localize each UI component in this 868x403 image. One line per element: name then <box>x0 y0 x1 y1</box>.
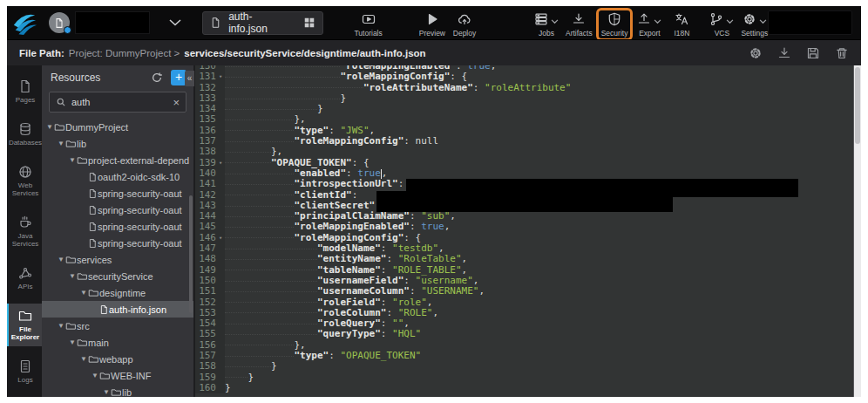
chevron-down-icon[interactable] <box>759 19 767 26</box>
toolbar-button-jobs[interactable]: Jobs <box>533 11 559 38</box>
fold-marker-icon[interactable]: ▾ <box>216 158 225 168</box>
fold-marker-icon[interactable]: ▾ <box>216 72 225 82</box>
expand-arrow-icon[interactable]: ▼ <box>57 256 65 263</box>
chevron-down-icon[interactable] <box>551 19 559 26</box>
toolbar-button-deploy[interactable]: Deploy <box>451 11 478 38</box>
toolbar-button-artifacts[interactable]: Artifacts <box>566 11 593 38</box>
code-line-157[interactable]: 157"type": "OPAQUE_TOKEN" <box>195 351 853 361</box>
fold-marker-icon[interactable]: ▾ <box>216 233 225 243</box>
sidebar-item-pages[interactable]: Pages <box>7 74 42 109</box>
tree-item-spring-security-oaut[interactable]: spring-security-oaut <box>42 202 193 218</box>
expand-arrow-icon[interactable]: ▼ <box>79 289 88 297</box>
expand-arrow-icon[interactable]: ▼ <box>102 388 111 396</box>
expand-arrow-icon[interactable]: ▼ <box>79 355 88 363</box>
artifacts-icon <box>572 12 586 26</box>
code-line-159[interactable]: 159} <box>195 372 853 383</box>
sidebar-item-apis[interactable]: APIs <box>7 261 42 296</box>
editor-scrollbar-thumb[interactable] <box>855 67 860 144</box>
code-line-137[interactable]: 137"roleMappingConfig": null <box>195 136 853 147</box>
tree-item-oauth2-oidc-sdk-10[interactable]: oauth2-oidc-sdk-10 <box>42 168 193 185</box>
tree-item-project-external-depend[interactable]: ▼project-external-depend <box>42 152 193 168</box>
code-line-133[interactable]: 133} <box>195 93 853 104</box>
tree-scrollbar[interactable] <box>189 195 193 313</box>
tree-item-lib[interactable]: ▼lib <box>42 384 193 397</box>
preview-icon <box>425 12 439 26</box>
toolbar-button-tutorials[interactable]: Tutorials <box>354 11 382 38</box>
tree-item-src[interactable]: ▼src <box>42 318 193 334</box>
code-line-131[interactable]: 131▾"roleMappingConfig": { <box>195 72 853 82</box>
chevron-down-icon[interactable] <box>654 19 661 26</box>
toolbar-button-vcs[interactable]: VCS <box>709 11 735 38</box>
toolbar-button-preview[interactable]: Preview <box>419 11 445 38</box>
sidebar-item-label: Logs <box>17 376 32 384</box>
expand-arrow-icon[interactable]: ▼ <box>91 372 99 379</box>
save-icon[interactable] <box>806 46 820 60</box>
code-line-135[interactable]: 135}, <box>195 114 853 125</box>
tree-item-spring-security-oaut[interactable]: spring-security-oaut <box>42 235 193 251</box>
code-line-147[interactable]: 147"modelName": "testdb", <box>195 243 853 254</box>
tree-item-spring-security-oaut[interactable]: spring-security-oaut <box>42 185 193 202</box>
toolbar-button-security[interactable]: Security <box>599 10 631 38</box>
code-line-132[interactable]: 132"roleAttributeName": "roleAttribute" <box>195 83 853 93</box>
code-line-158[interactable]: 158} <box>195 361 853 372</box>
code-line-153[interactable]: 153"roleColumn": "ROLE", <box>195 308 853 318</box>
sidebar-item-web-services[interactable]: Web Services <box>7 160 42 202</box>
toolbar-button-settings[interactable]: Settings <box>741 11 768 38</box>
clear-search-icon[interactable]: × <box>173 97 180 108</box>
chevron-down-icon[interactable] <box>726 19 734 26</box>
code-line-151[interactable]: 151"usernameColumn": "USERNAME", <box>195 286 853 297</box>
sidebar-item-databases[interactable]: Databases <box>7 117 42 152</box>
tree-item-dummyproject[interactable]: ▼DummyProject <box>42 119 193 135</box>
indent-guide <box>225 109 317 110</box>
gutter-spacer <box>216 136 225 147</box>
sidebar-item-file-explorer[interactable]: File Explorer <box>7 304 42 346</box>
code-line-145[interactable]: 145"roleMappingEnabled": true, <box>195 222 853 232</box>
code-line-149[interactable]: 149"tableName": "ROLE_TABLE", <box>195 265 853 276</box>
code-line-146[interactable]: 146▾"roleMappingConfig": { <box>195 233 853 243</box>
code-line-130[interactable]: 130"roleMappingEnabled": true, <box>195 65 853 72</box>
sidebar-item-java-services[interactable]: Java Services <box>7 210 42 253</box>
toolbar-button-i18n[interactable]: I18N <box>668 11 695 38</box>
expand-arrow-icon[interactable]: ▼ <box>68 156 77 164</box>
search-input[interactable] <box>71 97 173 107</box>
chevron-down-icon[interactable] <box>169 19 181 26</box>
trash-icon[interactable] <box>835 46 849 60</box>
tree-item-auth-info-json[interactable]: auth-info.json <box>42 301 193 318</box>
expand-arrow-icon[interactable]: ▼ <box>57 140 65 147</box>
toolbar-button-export[interactable]: Export <box>636 11 662 38</box>
tree-item-spring-security-oaut[interactable]: spring-security-oaut <box>42 218 193 235</box>
editor-scrollbar[interactable] <box>853 65 861 397</box>
folder-icon <box>77 271 88 282</box>
tree-item-designtime[interactable]: ▼designtime <box>42 284 193 301</box>
expand-arrow-icon[interactable]: ▼ <box>68 272 77 280</box>
tree-item-lib[interactable]: ▼lib <box>42 135 193 152</box>
tree-item-services[interactable]: ▼services <box>42 251 193 268</box>
tree-item-securityservice[interactable]: ▼securityService <box>42 268 193 284</box>
project-selector[interactable] <box>49 11 181 34</box>
code-line-150[interactable]: 150"usernameField": "username", <box>195 276 853 286</box>
code-line-138[interactable]: 138}, <box>195 147 853 157</box>
tree-item-webapp[interactable]: ▼webapp <box>42 351 193 367</box>
wavemaker-logo[interactable] <box>7 6 42 39</box>
expand-arrow-icon[interactable]: ▼ <box>57 322 65 330</box>
code-line-154[interactable]: 154"roleQuery": "", <box>195 318 853 329</box>
code-token: : { <box>450 72 467 82</box>
gear-icon[interactable] <box>749 46 763 60</box>
code-editor[interactable]: 130"roleMappingEnabled": true,131▾"roleM… <box>195 65 861 397</box>
expand-arrow-icon[interactable]: ▼ <box>45 123 54 131</box>
code-line-155[interactable]: 155"queryType": "HQL" <box>195 329 853 339</box>
collapse-panel-icon[interactable]: « <box>185 71 194 86</box>
tree-item-web-inf[interactable]: ▼WEB-INF <box>42 367 193 384</box>
expand-arrow-icon[interactable]: ▼ <box>68 338 77 346</box>
code-token: : <box>410 222 421 232</box>
tree-item-label: main <box>88 338 109 348</box>
sidebar-item-logs[interactable]: Logs <box>7 354 42 389</box>
tree-item-main[interactable]: ▼main <box>42 334 193 351</box>
code-line-152[interactable]: 152"roleField": "role", <box>195 297 853 308</box>
open-file-tab[interactable]: auth-info.json <box>202 11 323 35</box>
code-line-148[interactable]: 148"entityName": "RoleTable", <box>195 254 853 264</box>
grid-icon[interactable] <box>303 17 315 29</box>
code-line-160[interactable]: 160} <box>195 383 853 393</box>
refresh-icon[interactable] <box>151 72 163 84</box>
download-icon[interactable] <box>777 46 791 60</box>
